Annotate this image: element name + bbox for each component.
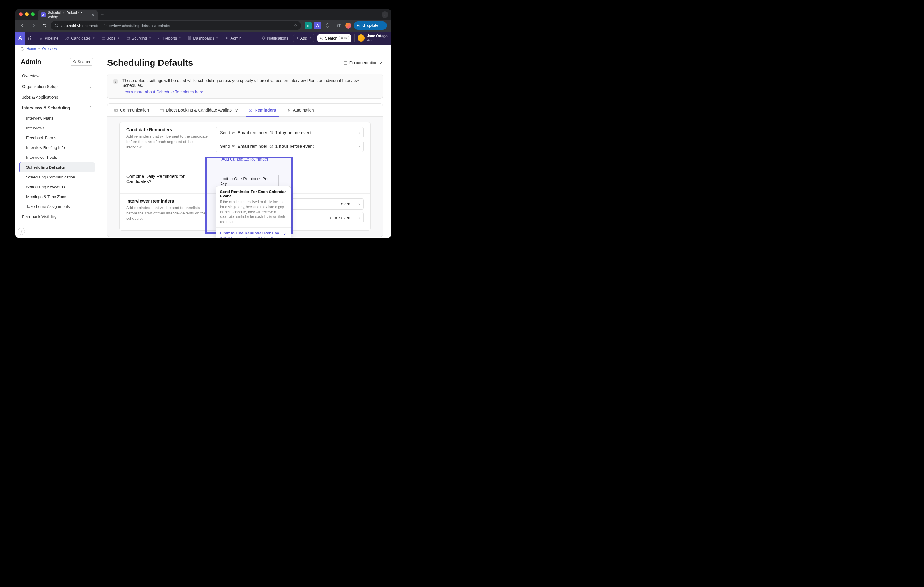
briefcase-icon bbox=[102, 36, 106, 40]
mail-icon: ✉ bbox=[232, 130, 236, 135]
tabs-dropdown[interactable]: ⌄ bbox=[382, 11, 388, 18]
svg-rect-17 bbox=[114, 109, 117, 111]
chevron-right-icon: › bbox=[358, 202, 360, 206]
tab-reminders[interactable]: Reminders bbox=[246, 104, 278, 117]
nav-candidates[interactable]: Candidates ▾ bbox=[62, 31, 98, 44]
svg-point-12 bbox=[226, 38, 228, 39]
sidebar-sub-defaults[interactable]: Scheduling Defaults bbox=[19, 162, 95, 172]
bookmark-icon[interactable]: ☆ bbox=[294, 23, 297, 28]
section-desc: Add reminders that will be sent to panel… bbox=[126, 205, 210, 222]
traffic-lights bbox=[19, 13, 35, 16]
option-desc: If the candidate received multiple invit… bbox=[220, 199, 286, 225]
sidebar-item-org-setup[interactable]: Organization Setup ⌄ bbox=[19, 81, 95, 92]
forward-button[interactable] bbox=[29, 21, 38, 30]
tab-automation[interactable]: Automation bbox=[285, 104, 317, 117]
nav-reports[interactable]: Reports ▾ bbox=[155, 31, 185, 44]
breadcrumb-home[interactable]: Home bbox=[26, 47, 36, 51]
side-panel-icon[interactable] bbox=[336, 22, 343, 29]
address-bar[interactable]: app.ashbyhq.com/admin/interview/scheduli… bbox=[51, 21, 301, 30]
nav-label: Candidates bbox=[71, 36, 91, 40]
tab-title: Scheduling Defaults • Ashby bbox=[48, 11, 89, 19]
app-logo[interactable]: A bbox=[15, 31, 25, 44]
back-arrow-icon[interactable] bbox=[20, 47, 24, 51]
sidebar-sub-keywords[interactable]: Scheduling Keywords bbox=[19, 182, 95, 192]
chevron-down-icon: ⌄ bbox=[272, 179, 275, 183]
info-text: These default settings will be used whil… bbox=[122, 78, 377, 88]
breadcrumb-overview[interactable]: Overview bbox=[42, 47, 57, 51]
browser-tab[interactable]: A Scheduling Defaults • Ashby ✕ bbox=[38, 10, 97, 20]
close-tab-icon[interactable]: ✕ bbox=[91, 13, 95, 17]
tab-communication[interactable]: Communication bbox=[112, 104, 151, 117]
help-button[interactable]: ? bbox=[18, 228, 25, 235]
main-content: Scheduling Defaults Documentation ↗ i Th… bbox=[99, 53, 391, 238]
sidebar-item-feedback-vis[interactable]: Feedback Visibility bbox=[19, 211, 95, 222]
nav-notifications[interactable]: Notifications bbox=[260, 31, 290, 44]
documentation-link[interactable]: Documentation ↗ bbox=[343, 60, 383, 65]
sidebar-sub-feedback[interactable]: Feedback Forms bbox=[19, 133, 95, 143]
info-text-block: These default settings will be used whil… bbox=[122, 78, 377, 94]
dropdown-option-one-per-day[interactable]: ✓ Limit to One Reminder Per Day With thi… bbox=[216, 228, 290, 238]
sidebar-sub-interviews[interactable]: Interviews bbox=[19, 123, 95, 133]
site-info-icon[interactable] bbox=[54, 23, 59, 28]
app-body: Admin Search Overview Organization Setup… bbox=[15, 53, 391, 238]
sidebar-item-label: Interview Plans bbox=[26, 116, 54, 120]
sidebar-item-label: Scheduling Keywords bbox=[26, 185, 65, 189]
add-candidate-reminder-button[interactable]: + Add Candidate Reminder bbox=[216, 155, 364, 164]
sidebar-item-interviews[interactable]: Interviews & Scheduling ⌃ bbox=[19, 103, 95, 113]
extensions: ◈ A Finish update ⋮ bbox=[304, 21, 388, 30]
extensions-menu-icon[interactable] bbox=[323, 22, 331, 29]
tab-label: Direct Booking & Candidate Availability bbox=[166, 108, 238, 112]
minimize-window[interactable] bbox=[25, 13, 28, 16]
sidebar-sub-meetings[interactable]: Meetings & Time Zone bbox=[19, 192, 95, 202]
sidebar-sub-briefing[interactable]: Interview Briefing Info bbox=[19, 143, 95, 153]
page-title: Scheduling Defaults bbox=[107, 58, 193, 68]
sidebar-item-label: Jobs & Applications bbox=[22, 95, 58, 100]
sidebar-sub-comm[interactable]: Scheduling Communication bbox=[19, 172, 95, 182]
info-link[interactable]: Learn more about Schedule Templates here… bbox=[122, 89, 205, 94]
reminder-item[interactable]: Send ✉ Email reminder 1 day before bbox=[216, 127, 364, 138]
extension-1-icon[interactable]: ◈ bbox=[305, 22, 312, 29]
close-window[interactable] bbox=[19, 13, 23, 16]
add-button[interactable]: + Add ▾ bbox=[293, 34, 314, 42]
reminder-word: before event bbox=[290, 144, 314, 149]
sidebar-item-label: Scheduling Defaults bbox=[26, 165, 65, 169]
back-button[interactable] bbox=[18, 21, 27, 30]
sidebar-item-jobs-apps[interactable]: Jobs & Applications ⌄ bbox=[19, 92, 95, 103]
nav-dashboards[interactable]: Dashboards ▾ bbox=[184, 31, 221, 44]
separator bbox=[333, 23, 333, 28]
home-icon[interactable] bbox=[25, 31, 36, 44]
search-shortcut: ⌘+K bbox=[339, 36, 349, 40]
global-search-button[interactable]: Search ⌘+K bbox=[317, 35, 351, 42]
external-link-icon: ↗ bbox=[379, 60, 383, 65]
maximize-window[interactable] bbox=[31, 13, 35, 16]
option-desc: With this option the candidate will only… bbox=[220, 237, 286, 238]
reminder-word: Send bbox=[220, 144, 230, 149]
dropdown-option-each-event[interactable]: Send Reminder For Each Calendar Event If… bbox=[216, 186, 290, 228]
reload-button[interactable] bbox=[40, 21, 48, 30]
extension-ashby-icon[interactable]: A bbox=[314, 22, 321, 29]
svg-point-1 bbox=[57, 26, 58, 27]
reminder-tail: event bbox=[341, 202, 351, 206]
sidebar-sub-takehome[interactable]: Take-home Assignments bbox=[19, 202, 95, 211]
nav-jobs[interactable]: Jobs ▾ bbox=[98, 31, 123, 44]
chevron-down-icon: ▾ bbox=[118, 36, 119, 39]
user-menu[interactable]: Jane Ortega Acme bbox=[358, 34, 388, 42]
reminder-type: Email bbox=[238, 144, 249, 149]
check-icon: ✓ bbox=[284, 231, 287, 236]
sidebar-sub-plans[interactable]: Interview Plans bbox=[19, 113, 95, 123]
sidebar-item-overview[interactable]: Overview bbox=[19, 71, 95, 81]
reminder-item[interactable]: Send ✉ Email reminder 1 hour before bbox=[216, 141, 364, 152]
nav-pipeline[interactable]: Pipeline bbox=[36, 31, 62, 44]
sidebar-sub-pools[interactable]: Interviewer Pools bbox=[19, 153, 95, 162]
svg-point-14 bbox=[73, 60, 75, 62]
tabs: Communication Direct Booking & Candidate… bbox=[107, 104, 383, 117]
profile-avatar[interactable] bbox=[345, 23, 351, 28]
nav-sourcing[interactable]: Sourcing ▾ bbox=[123, 31, 155, 44]
tab-booking[interactable]: Direct Booking & Candidate Availability bbox=[157, 104, 240, 117]
chevron-down-icon: ⌄ bbox=[89, 84, 92, 89]
sidebar-search-button[interactable]: Search bbox=[70, 58, 93, 66]
nav-admin[interactable]: Admin bbox=[221, 31, 245, 44]
finish-update-button[interactable]: Finish update ⋮ bbox=[354, 21, 387, 30]
reminders-card: Candidate Reminders Add reminders that w… bbox=[119, 122, 371, 231]
new-tab-button[interactable]: + bbox=[101, 11, 104, 18]
